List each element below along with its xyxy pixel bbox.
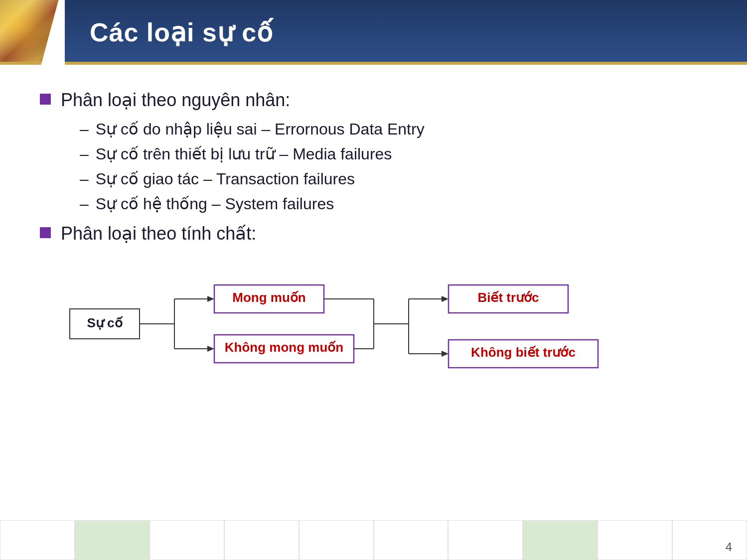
footer-cell-6 [374, 520, 448, 560]
svg-text:Mong muốn: Mong muốn [232, 290, 305, 305]
svg-text:Không biết trước: Không biết trước [471, 345, 576, 360]
footer-cell-9 [598, 520, 672, 560]
header-image [0, 0, 65, 65]
sub-dash-1: – [80, 120, 89, 139]
svg-marker-5 [207, 296, 214, 302]
svg-text:Không mong muốn: Không mong muốn [225, 340, 343, 355]
bullet-section-2: Phân loại theo tính chất: [40, 223, 707, 244]
bullet-square-1 [40, 94, 51, 105]
bullet-main-text-2: Phân loại theo tính chất: [61, 223, 256, 244]
footer-cell-8 [523, 520, 598, 560]
svg-marker-19 [442, 296, 448, 302]
footer-cell-5 [299, 520, 374, 560]
svg-marker-8 [207, 346, 214, 352]
bullet-main-text-1: Phân loại theo nguyên nhân: [61, 90, 290, 111]
bullet-square-2 [40, 227, 51, 238]
sub-dash-3: – [80, 170, 89, 188]
sub-bullet-item-4: – Sự cố hệ thống – System failures [80, 194, 707, 213]
footer-cell-1 [0, 520, 75, 560]
page-number: 4 [726, 540, 732, 554]
diagram-svg: Sự cố Mong muốn Không mong muốn [65, 259, 663, 389]
footer-grid [0, 520, 747, 560]
bullet-section-1: Phân loại theo nguyên nhân: – Sự cố do n… [40, 90, 707, 213]
footer-cell-7 [448, 520, 523, 560]
sub-bullet-text-3: Sự cố giao tác – Transaction failures [96, 169, 355, 188]
page-title: Các loại sự cố [65, 17, 273, 47]
footer-cell-2 [75, 520, 149, 560]
sub-dash-4: – [80, 195, 89, 213]
bullet-main-2: Phân loại theo tính chất: [40, 223, 707, 244]
diagram-container: Sự cố Mong muốn Không mong muốn [65, 259, 707, 389]
footer-cell-10 [672, 520, 747, 560]
sub-bullet-item-3: – Sự cố giao tác – Transaction failures [80, 169, 707, 188]
sub-bullet-item-2: – Sự cố trên thiết bị lưu trữ – Media fa… [80, 144, 707, 163]
sub-bullet-text-1: Sự cố do nhập liệu sai – Errornous Data … [96, 120, 425, 139]
footer-cell-3 [149, 520, 224, 560]
svg-text:Sự cố: Sự cố [87, 315, 123, 330]
sub-bullet-item-1: – Sự cố do nhập liệu sai – Errornous Dat… [80, 120, 707, 139]
main-content: Phân loại theo nguyên nhân: – Sự cố do n… [0, 65, 747, 399]
sub-dash-2: – [80, 145, 89, 163]
footer-cell-4 [224, 520, 299, 560]
sub-bullet-text-4: Sự cố hệ thống – System failures [96, 194, 334, 213]
sub-bullet-text-2: Sự cố trên thiết bị lưu trữ – Media fail… [96, 144, 392, 163]
header: Các loại sự cố [0, 0, 747, 65]
svg-text:Biết trước: Biết trước [477, 290, 539, 305]
sub-bullets-1: – Sự cố do nhập liệu sai – Errornous Dat… [40, 120, 707, 213]
svg-marker-22 [442, 351, 448, 357]
bullet-main-1: Phân loại theo nguyên nhân: [40, 90, 707, 111]
